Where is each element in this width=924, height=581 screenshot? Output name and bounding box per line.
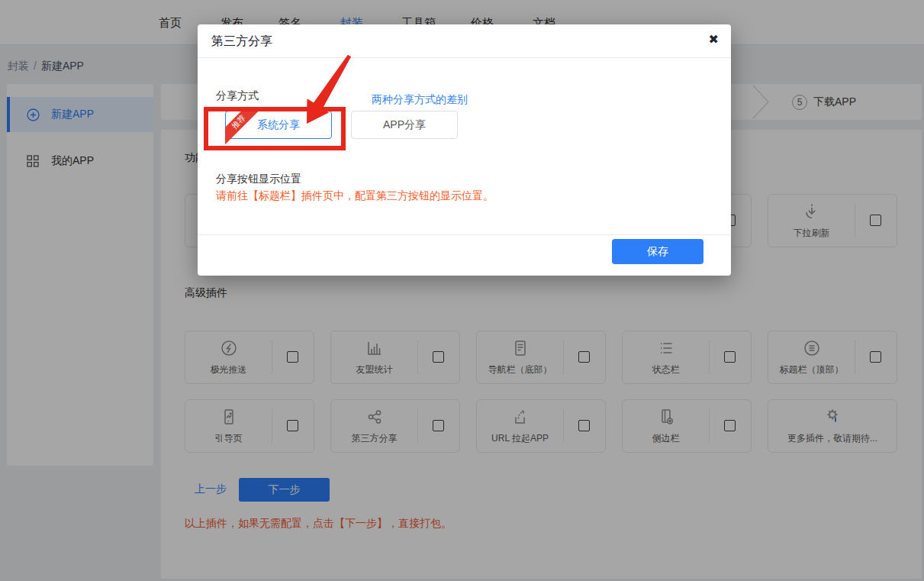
button-position-label: 分享按钮显示位置	[216, 173, 301, 186]
share-method-label: 分享方式	[216, 89, 259, 103]
recommend-ribbon: 推荐	[225, 111, 262, 147]
recommend-ribbon-label: 推荐	[225, 111, 262, 145]
share-method-diff-link[interactable]: 两种分享方式的差别	[372, 93, 468, 107]
dialog-header: 第三方分享 ✖	[198, 24, 731, 58]
save-button[interactable]: 保存	[612, 239, 703, 264]
system-share-option[interactable]: 推荐 系统分享	[225, 111, 332, 139]
footer-divider	[198, 234, 731, 235]
third-party-share-dialog: 第三方分享 ✖ 分享方式 两种分享方式的差别 推荐 系统分享 APP分享 分享按…	[198, 24, 731, 276]
button-position-note: 请前往【标题栏】插件页中，配置第三方按钮的显示位置。	[216, 189, 494, 203]
app-packaging-page: 首页 发布 签名 封装 工具箱 价格 文档 封装/新建APP 新建APP 我的A…	[0, 0, 924, 581]
dialog-title: 第三方分享	[211, 34, 272, 50]
app-share-label: APP分享	[383, 118, 426, 132]
system-share-label: 系统分享	[257, 118, 300, 132]
close-icon[interactable]: ✖	[709, 32, 719, 47]
app-share-option[interactable]: APP分享	[351, 111, 458, 139]
